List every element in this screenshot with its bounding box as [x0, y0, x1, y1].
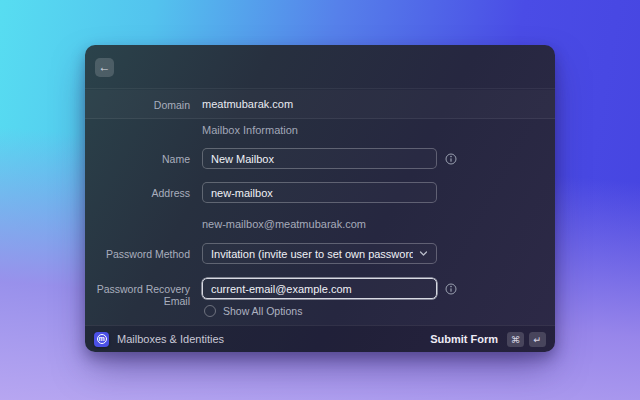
mailbox-form-window: ← Domain meatmubarak.com Mailbox Informa…: [85, 45, 555, 352]
footer-bar: m Mailboxes & Identities Submit Form ⌘ ↵: [85, 325, 555, 352]
name-label: Name: [85, 153, 190, 165]
window-header: ←: [85, 45, 555, 89]
back-arrow-icon: ←: [99, 60, 111, 74]
domain-value: meatmubarak.com: [202, 98, 293, 110]
password-method-select[interactable]: Invitation (invite user to set own passw…: [202, 243, 437, 264]
app-logo-icon: m: [94, 332, 109, 347]
app-label: Mailboxes & Identities: [117, 333, 224, 345]
password-method-value: Invitation (invite user to set own passw…: [211, 248, 413, 260]
email-preview: new-mailbox@meatmubarak.com: [202, 218, 366, 230]
show-all-options-label: Show All Options: [223, 305, 302, 317]
address-label: Address: [85, 187, 190, 199]
recovery-email-info-icon[interactable]: [445, 283, 457, 295]
section-title: Mailbox Information: [202, 124, 298, 136]
password-method-label: Password Method: [85, 248, 190, 260]
command-key-icon: ⌘: [507, 332, 524, 347]
back-button[interactable]: ←: [95, 58, 114, 77]
domain-row: Domain meatmubarak.com: [85, 90, 555, 119]
recovery-email-label: Password Recovery Email: [85, 283, 190, 307]
recovery-email-input[interactable]: [202, 278, 437, 299]
domain-label: Domain: [85, 99, 190, 111]
name-input[interactable]: [202, 148, 437, 169]
submit-form-button[interactable]: Submit Form: [430, 333, 498, 345]
name-info-icon[interactable]: [445, 153, 457, 165]
show-all-options-checkbox[interactable]: [204, 305, 216, 317]
address-input[interactable]: [202, 182, 437, 203]
return-key-icon: ↵: [529, 332, 546, 347]
chevron-down-icon: [419, 249, 428, 258]
logo-m-glyph: m: [97, 334, 107, 344]
